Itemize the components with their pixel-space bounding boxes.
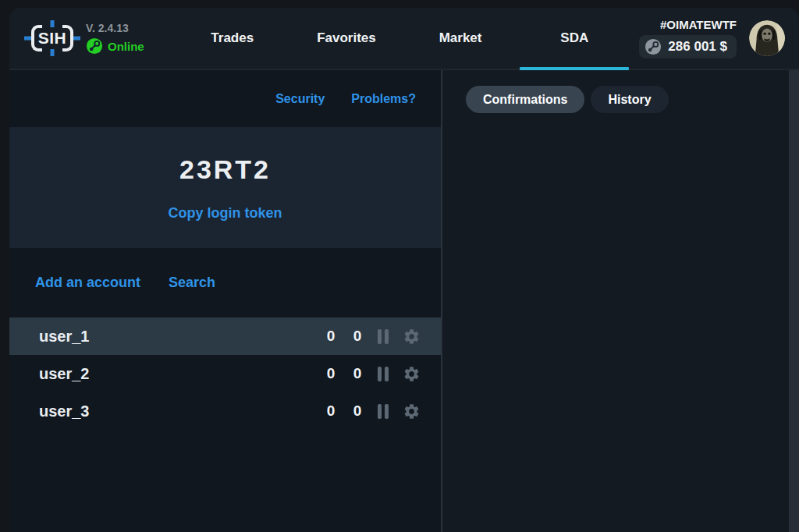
account-name: user_2 xyxy=(39,365,311,383)
panel-actions-row: Add an account Search xyxy=(9,248,441,317)
nav-tab-trades[interactable]: Trades xyxy=(176,8,289,69)
add-account-link[interactable]: Add an account xyxy=(35,275,140,291)
steam-balance-icon xyxy=(645,38,662,55)
account-count-2: 0 xyxy=(351,365,364,382)
avatar[interactable] xyxy=(749,20,785,56)
balance-amount: 286 001 $ xyxy=(668,39,727,55)
version-status-block: V. 2.4.13 Online xyxy=(86,22,144,55)
profile-texts: #OIMATEWTF 286 001 $ xyxy=(639,18,737,59)
app-window: SIH V. 2.4.13 Online xyxy=(9,8,799,532)
profile-tag: #OIMATEWTF xyxy=(660,18,737,31)
accounts-list: user_1 0 0 user_2 0 0 xyxy=(9,317,441,532)
problems-link[interactable]: Problems? xyxy=(351,92,416,106)
confirmations-panel: Confirmations History xyxy=(442,70,799,532)
search-link[interactable]: Search xyxy=(169,275,215,291)
online-status-label: Online xyxy=(108,40,144,53)
nav-tab-market[interactable]: Market xyxy=(403,8,517,69)
online-status: Online xyxy=(86,37,144,55)
pause-icon[interactable] xyxy=(378,404,389,419)
app-version: V. 2.4.13 xyxy=(86,22,144,34)
account-count-1: 0 xyxy=(325,365,337,382)
gear-icon[interactable] xyxy=(403,403,421,420)
tab-confirmations[interactable]: Confirmations xyxy=(466,86,584,113)
account-name: user_3 xyxy=(39,403,311,420)
sih-logo[interactable]: SIH xyxy=(28,21,76,55)
login-token-card: 23RT2 Copy login token xyxy=(9,127,441,248)
account-row-user-3[interactable]: user_3 0 0 xyxy=(9,392,441,430)
confirmations-tabs: Confirmations History xyxy=(466,86,799,113)
account-count-1: 0 xyxy=(325,328,337,345)
main-nav: Trades Favorites Market SDA xyxy=(176,8,632,69)
gear-icon[interactable] xyxy=(403,328,421,346)
scrollbar-track[interactable] xyxy=(789,70,799,532)
pause-icon[interactable] xyxy=(378,329,389,344)
nav-tab-sda[interactable]: SDA xyxy=(517,8,631,69)
tab-history[interactable]: History xyxy=(591,86,668,113)
gear-icon[interactable] xyxy=(403,365,421,383)
account-row-user-1[interactable]: user_1 0 0 xyxy=(9,317,441,355)
security-link[interactable]: Security xyxy=(275,92,325,106)
sda-accounts-panel: Security Problems? 23RT2 Copy login toke… xyxy=(9,70,442,532)
copy-login-token-link[interactable]: Copy login token xyxy=(169,205,282,222)
pause-icon[interactable] xyxy=(378,367,389,381)
logo-text: SIH xyxy=(28,21,76,55)
top-navbar: SIH V. 2.4.13 Online xyxy=(9,8,799,70)
account-name: user_1 xyxy=(39,328,311,346)
account-count-2: 0 xyxy=(351,403,364,420)
panel-links-row: Security Problems? xyxy=(9,70,441,127)
steam-online-icon xyxy=(86,37,103,55)
desktop-background: SIH V. 2.4.13 Online xyxy=(0,0,799,532)
account-count-1: 0 xyxy=(325,403,337,420)
profile-cluster: #OIMATEWTF 286 001 $ xyxy=(639,18,785,59)
balance-button[interactable]: 286 001 $ xyxy=(639,35,737,59)
main-content: Security Problems? 23RT2 Copy login toke… xyxy=(9,70,799,532)
account-count-2: 0 xyxy=(351,328,364,345)
token-code: 23RT2 xyxy=(179,154,271,185)
account-row-user-2[interactable]: user_2 0 0 xyxy=(9,355,441,392)
nav-tab-favorites[interactable]: Favorites xyxy=(289,8,403,69)
